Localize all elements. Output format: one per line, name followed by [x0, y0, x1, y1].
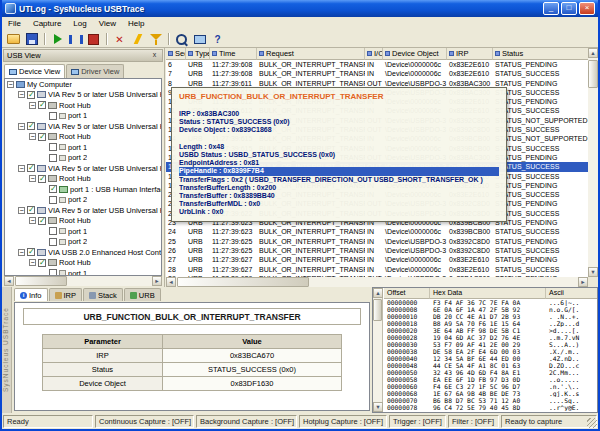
- close-button[interactable]: ×: [579, 2, 595, 15]
- tab-urb[interactable]: URB: [124, 288, 161, 301]
- save-button[interactable]: [23, 32, 40, 47]
- menu-view[interactable]: View: [93, 17, 122, 31]
- hex-row[interactable]: 00000028 19 04 6D AC 37 D2 76 4E ..m.7.v…: [384, 334, 597, 341]
- scroll-left-icon[interactable]: ◄: [166, 277, 176, 287]
- checkbox[interactable]: [49, 154, 57, 162]
- checkbox[interactable]: [38, 217, 46, 225]
- scroll-left-icon[interactable]: ◄: [4, 276, 14, 286]
- delete-button[interactable]: [111, 32, 128, 47]
- hex-row[interactable]: 00000048 44 CE 5A 4F A1 8C 01 63 D.ZO...…: [384, 362, 597, 369]
- table-row[interactable]: 24 URB 11:27:39:623 BULK_OR_INTERRUPT_TR…: [166, 227, 588, 236]
- column-header[interactable]: Request: [257, 48, 365, 60]
- expander-icon[interactable]: −: [29, 102, 36, 109]
- help-button[interactable]: [209, 32, 226, 47]
- table-row[interactable]: 6 URB 11:27:39:608 BULK_OR_INTERRUPT_TRA…: [166, 60, 588, 69]
- checkbox[interactable]: [38, 175, 46, 183]
- hex-row[interactable]: 00000020 3E 64 AB FF 98 DE 5B C1 >d....[…: [384, 327, 597, 334]
- checkbox[interactable]: [38, 101, 46, 109]
- find-button[interactable]: [173, 32, 190, 47]
- tree-item[interactable]: − port 2: [5, 237, 161, 248]
- column-header[interactable]: Status: [493, 48, 588, 60]
- expander-icon[interactable]: −: [29, 217, 36, 224]
- table-horizontal-scrollbar[interactable]: ◄ ►: [166, 277, 588, 287]
- hex-row[interactable]: 00000038 DE 58 EA 2F E4 6D 00 03 .X./.m.…: [384, 348, 597, 355]
- tree-item[interactable]: − port 1 : USB Human Interface De: [5, 184, 161, 195]
- hex-row[interactable]: 00000058 EA EE 6F 1D FB 97 D3 0D ..o....…: [384, 376, 597, 383]
- scroll-thumb[interactable]: [15, 276, 67, 286]
- table-row[interactable]: 25 URB 11:27:39:625 BULK_OR_INTERRUPT_TR…: [166, 237, 588, 246]
- scroll-right-icon[interactable]: ►: [578, 277, 588, 287]
- panel-close-icon[interactable]: x: [150, 51, 159, 60]
- hex-column-header[interactable]: Offset: [384, 288, 430, 299]
- tree-item[interactable]: − Root Hub: [5, 100, 161, 111]
- tab-irp[interactable]: IRP: [49, 288, 83, 301]
- menu-help[interactable]: Help: [122, 17, 150, 31]
- open-button[interactable]: [5, 32, 22, 47]
- scroll-down-icon[interactable]: ▼: [373, 402, 383, 412]
- expander-icon[interactable]: −: [29, 175, 36, 182]
- hex-row[interactable]: 00000060 F4 6E C3 27 1F 5C 96 D7 .n.'.\.…: [384, 383, 597, 390]
- table-vertical-scrollbar[interactable]: ▲ ▼: [588, 48, 598, 277]
- expander-icon[interactable]: −: [7, 81, 14, 88]
- checkbox[interactable]: [49, 269, 57, 276]
- devices-button[interactable]: [191, 32, 208, 47]
- table-row[interactable]: 28 URB 11:27:39:627 BULK_OR_INTERRUPT_TR…: [166, 265, 588, 274]
- capture-stop-button[interactable]: [85, 32, 102, 47]
- hex-row[interactable]: 00000000 F3 F4 AF 36 7C 7E FA 0A ...6|~.…: [384, 299, 597, 306]
- hex-row[interactable]: 00000010 DB 20 CC 4E A1 D7 2B 93 . .N..+…: [384, 313, 597, 320]
- checkbox[interactable]: [27, 248, 35, 256]
- scroll-thumb[interactable]: [373, 299, 382, 321]
- column-header[interactable]: Device Object: [383, 48, 447, 60]
- tree-horizontal-scrollbar[interactable]: ◄ ►: [4, 276, 162, 286]
- tree-item[interactable]: − port 1: [5, 142, 161, 153]
- checkbox[interactable]: [27, 91, 35, 99]
- checkbox[interactable]: [49, 196, 57, 204]
- hex-vertical-scrollbar[interactable]: ▲ ▼: [373, 288, 383, 412]
- expander-icon[interactable]: −: [18, 91, 25, 98]
- column-header[interactable]: I/O: [365, 48, 383, 60]
- tree-item[interactable]: − Root Hub: [5, 174, 161, 185]
- checkbox[interactable]: [38, 259, 46, 267]
- hex-row[interactable]: 00000018 B8 A9 5A 70 F6 1E 15 64 ..Zp...…: [384, 320, 597, 327]
- table-row[interactable]: 7 URB 11:27:39:608 BULK_OR_INTERRUPT_TRA…: [166, 69, 588, 78]
- hex-row[interactable]: 00000050 32 43 96 4D 6D F4 8A E1 2C.Mm..…: [384, 369, 597, 376]
- hex-row[interactable]: 00000008 6E 0A 6F 1A 47 2F 5B 92 n.o.G/[…: [384, 306, 597, 313]
- table-row[interactable]: 26 URB 11:27:39:625 BULK_OR_INTERRUPT_TR…: [166, 246, 588, 255]
- tree-item[interactable]: − port 1: [5, 226, 161, 237]
- checkbox[interactable]: [38, 133, 46, 141]
- tab-driver-view[interactable]: Driver View: [66, 64, 124, 78]
- column-header[interactable]: IRP: [447, 48, 493, 60]
- tree-item[interactable]: − VIA USB 2.0 Enhanced Host Controller: [5, 247, 161, 258]
- menu-log[interactable]: Log: [67, 17, 92, 31]
- resize-grip[interactable]: [587, 418, 597, 428]
- expander-icon[interactable]: −: [18, 207, 25, 214]
- table-row[interactable]: 27 URB 11:27:39:627 BULK_OR_INTERRUPT_TR…: [166, 255, 588, 264]
- capture-pause-button[interactable]: [67, 32, 84, 47]
- tab-info[interactable]: Info: [14, 288, 48, 301]
- menu-capture[interactable]: Capture: [27, 17, 67, 31]
- column-header[interactable]: Time: [210, 48, 257, 60]
- hex-column-header[interactable]: Ascii: [546, 288, 597, 299]
- tree-item[interactable]: − port 1: [5, 268, 161, 276]
- capture-start-button[interactable]: [49, 32, 66, 47]
- tree-item[interactable]: − Root Hub: [5, 216, 161, 227]
- scroll-thumb[interactable]: [588, 60, 598, 88]
- checkbox[interactable]: [49, 238, 57, 246]
- scroll-up-icon[interactable]: ▲: [588, 48, 598, 58]
- scroll-up-icon[interactable]: ▲: [373, 288, 383, 298]
- scroll-thumb[interactable]: [177, 277, 309, 287]
- checkbox[interactable]: [27, 122, 35, 130]
- minimize-button[interactable]: _: [543, 2, 559, 15]
- checkbox[interactable]: [49, 112, 57, 120]
- hex-row[interactable]: 00000070 B6 B8 D7 BC 53 71 12 A0 ....Sq.…: [384, 397, 597, 404]
- scroll-down-icon[interactable]: ▼: [588, 267, 598, 277]
- tree-item[interactable]: − VIA Rev 5 or later USB Universal Host …: [5, 205, 161, 216]
- tree-item[interactable]: − Root Hub: [5, 132, 161, 143]
- tree-item[interactable]: − port 2: [5, 153, 161, 164]
- filter-button[interactable]: [147, 32, 164, 47]
- maximize-button[interactable]: □: [561, 2, 577, 15]
- trigger-button[interactable]: [129, 32, 146, 47]
- hex-column-header[interactable]: Hex Data: [430, 288, 546, 299]
- tree-item[interactable]: − Root Hub: [5, 258, 161, 269]
- checkbox[interactable]: [49, 185, 57, 193]
